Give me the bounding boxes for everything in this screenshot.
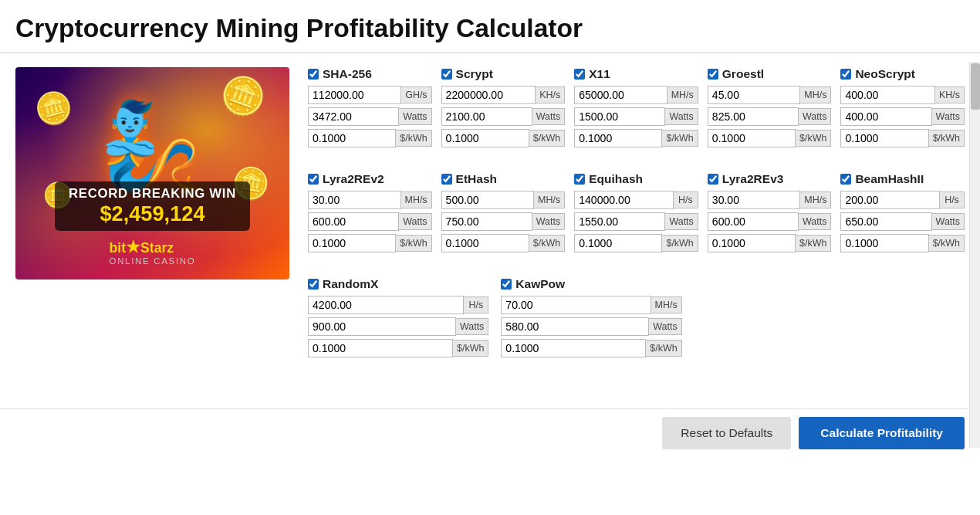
hashrate-input-sha256[interactable] [308, 86, 401, 104]
hashrate-input-randomx[interactable] [308, 296, 464, 314]
cost-unit-groestl: $/kWh [796, 130, 831, 147]
cost-unit-x11: $/kWh [662, 130, 698, 147]
page-header: Cryptocurrency Mining Profitability Calc… [0, 0, 980, 53]
power-input-sha256[interactable] [308, 107, 399, 126]
hashrate-unit-groestl: MH/s [800, 86, 831, 103]
algo-checkbox-randomx[interactable] [308, 279, 319, 290]
cost-input-neoscrypt[interactable] [840, 129, 928, 147]
hashrate-unit-beamhashii: H/s [940, 191, 965, 208]
algo-name-kawpow: KawPow [515, 277, 565, 291]
power-row-lyra2rev3: Watts [708, 212, 832, 231]
power-unit-scrypt: Watts [532, 108, 565, 125]
algo-checkbox-beamhashii[interactable] [840, 174, 851, 185]
algo-name-beamhashii: BeamHashII [855, 172, 924, 186]
algo-name-randomx: RandomX [323, 277, 378, 291]
algo-grid-bottom: RandomXH/sWatts$/kWhKawPowMH/sWatts$/kWh [308, 277, 965, 395]
algo-group-neoscrypt: NeoScryptKH/sWatts$/kWh [840, 67, 965, 151]
power-input-lyra2rev3[interactable] [708, 212, 799, 231]
hashrate-input-neoscrypt[interactable] [840, 86, 935, 104]
algo-group-sha256: SHA-256GH/sWatts$/kWh [308, 67, 432, 151]
hashrate-input-lyra2rev3[interactable] [708, 191, 801, 209]
cost-input-kawpow[interactable] [501, 339, 646, 357]
reset-button[interactable]: Reset to Defaults [662, 417, 791, 449]
power-input-lyra2rev2[interactable] [308, 212, 399, 231]
algo-label-ethash: EtHash [441, 172, 566, 186]
algo-checkbox-sha256[interactable] [308, 69, 319, 80]
power-unit-sha256: Watts [399, 108, 431, 125]
hashrate-row-x11: MH/s [574, 86, 698, 104]
power-input-groestl[interactable] [708, 107, 799, 126]
hashrate-input-equihash[interactable] [574, 191, 674, 209]
scrollbar-thumb [971, 63, 980, 110]
hashrate-input-x11[interactable] [574, 86, 667, 104]
algo-label-lyra2rev2: Lyra2REv2 [308, 172, 432, 186]
algo-checkbox-lyra2rev3[interactable] [708, 174, 718, 185]
hashrate-input-scrypt[interactable] [441, 86, 536, 104]
power-row-beamhashii: Watts [840, 212, 965, 231]
calculate-button[interactable]: Calculate Profitability [799, 417, 965, 449]
algo-checkbox-groestl[interactable] [708, 69, 718, 80]
algo-group-lyra2rev3: Lyra2REv3MH/sWatts$/kWh [708, 172, 832, 256]
ad-record-text: RECORD BREAKING WIN [69, 186, 236, 202]
cost-input-randomx[interactable] [308, 339, 453, 357]
hashrate-unit-kawpow: MH/s [651, 296, 682, 313]
algo-group-x11: X11MH/sWatts$/kWh [574, 67, 698, 151]
cost-unit-lyra2rev3: $/kWh [796, 235, 831, 252]
hashrate-input-lyra2rev2[interactable] [308, 191, 401, 209]
algo-label-beamhashii: BeamHashII [840, 172, 965, 186]
algo-checkbox-equihash[interactable] [574, 174, 585, 185]
algo-name-lyra2rev2: Lyra2REv2 [323, 172, 384, 186]
cost-input-equihash[interactable] [574, 234, 662, 252]
algo-checkbox-x11[interactable] [574, 69, 585, 80]
hashrate-row-lyra2rev2: MH/s [308, 191, 432, 209]
cost-unit-sha256: $/kWh [396, 130, 431, 147]
hashrate-unit-neoscrypt: KH/s [935, 86, 965, 103]
power-input-beamhashii[interactable] [840, 212, 931, 231]
hashrate-input-ethash[interactable] [441, 191, 535, 209]
hashrate-row-beamhashii: H/s [840, 191, 965, 209]
hashrate-unit-scrypt: KH/s [536, 86, 565, 103]
power-input-equihash[interactable] [574, 212, 665, 231]
cost-unit-ethash: $/kWh [529, 235, 565, 252]
power-row-equihash: Watts [574, 212, 698, 231]
algo-checkbox-lyra2rev2[interactable] [308, 174, 319, 185]
power-row-randomx: Watts [308, 317, 488, 336]
hashrate-input-groestl[interactable] [708, 86, 801, 104]
cost-input-beamhashii[interactable] [840, 234, 928, 252]
algo-group-scrypt: ScryptKH/sWatts$/kWh [441, 67, 566, 151]
power-input-scrypt[interactable] [441, 107, 532, 126]
cost-row-kawpow: $/kWh [501, 339, 681, 357]
cost-row-beamhashii: $/kWh [840, 234, 965, 252]
cost-unit-beamhashii: $/kWh [929, 235, 965, 252]
algo-checkbox-scrypt[interactable] [441, 69, 452, 80]
power-row-kawpow: Watts [501, 317, 681, 336]
scrollbar[interactable] [969, 62, 980, 448]
algo-name-scrypt: Scrypt [456, 67, 493, 81]
cost-input-lyra2rev2[interactable] [308, 234, 396, 252]
power-input-neoscrypt[interactable] [840, 107, 931, 126]
cost-input-sha256[interactable] [308, 129, 396, 147]
power-input-randomx[interactable] [308, 317, 456, 336]
cost-input-lyra2rev3[interactable] [708, 234, 796, 252]
power-input-x11[interactable] [574, 107, 665, 126]
cost-unit-scrypt: $/kWh [529, 130, 565, 147]
algo-name-neoscrypt: NeoScrypt [855, 67, 915, 81]
hashrate-row-groestl: MH/s [708, 86, 832, 104]
power-row-sha256: Watts [308, 107, 432, 126]
cost-input-x11[interactable] [574, 129, 662, 147]
page-title: Cryptocurrency Mining Profitability Calc… [15, 14, 965, 43]
actions-row: Reset to Defaults Calculate Profitabilit… [0, 408, 980, 465]
cost-input-scrypt[interactable] [441, 129, 529, 147]
cost-row-scrypt: $/kWh [441, 129, 566, 147]
cost-unit-neoscrypt: $/kWh [929, 130, 965, 147]
algo-checkbox-neoscrypt[interactable] [840, 69, 851, 80]
algo-checkbox-ethash[interactable] [441, 174, 452, 185]
power-input-kawpow[interactable] [501, 317, 649, 336]
hashrate-input-beamhashii[interactable] [840, 191, 940, 209]
cost-input-groestl[interactable] [708, 129, 796, 147]
cost-input-ethash[interactable] [441, 234, 529, 252]
hashrate-input-kawpow[interactable] [501, 296, 651, 314]
power-input-ethash[interactable] [441, 212, 532, 231]
ad-image[interactable]: 🧞 🪙 🪙 🪙 🪙 RECORD BREAKING WIN $2,459,124… [15, 67, 289, 280]
algo-checkbox-kawpow[interactable] [501, 279, 512, 290]
